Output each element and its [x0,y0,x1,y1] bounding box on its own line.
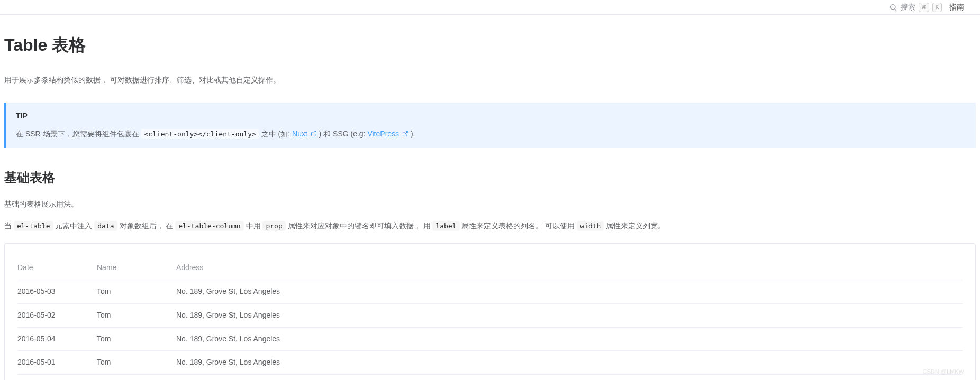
tip-link-nuxt-label: Nuxt [292,129,307,138]
table-row: 2016-05-04 Tom No. 189, Grove St, Los An… [17,327,963,351]
detail-t5: 属性来对应对象中的键名即可填入数据， 用 [288,221,433,230]
detail-c5: label [432,221,459,231]
cell-name: Tom [97,327,176,351]
tip-text-prefix: 在 SSR 场景下，您需要将组件包裹在 [16,129,141,138]
cell-address: No. 189, Grove St, Los Angeles [176,303,963,327]
tip-box: TIP 在 SSR 场景下，您需要将组件包裹在 <client-only></c… [4,103,976,148]
cell-address: No. 189, Grove St, Los Angeles [176,280,963,303]
tip-link-vitepress-label: VitePress [367,129,399,138]
detail-t4: 中用 [246,221,263,230]
search-icon [889,3,897,12]
tip-code: <client-only></client-only> [141,129,259,139]
detail-c3: el-table-column [175,221,243,231]
table-header-date: Date [17,256,97,280]
detail-t1: 当 [4,221,14,230]
kbd-cmd: ⌘ [919,3,929,12]
svg-line-1 [895,9,896,11]
external-link-icon [311,131,317,137]
section-desc: 基础的表格展示用法。 [4,198,976,211]
search-label: 搜索 [901,1,915,14]
tip-link-vitepress[interactable]: VitePress [367,129,410,138]
tip-link-nuxt[interactable]: Nuxt [292,129,319,138]
tip-label: TIP [16,110,966,123]
search-button[interactable]: 搜索 ⌘ K [889,1,942,14]
kbd-k: K [932,3,942,12]
cell-date: 2016-05-02 [17,303,97,327]
cell-date: 2016-05-04 [17,327,97,351]
svg-line-3 [405,131,408,134]
external-link-icon [402,131,409,137]
demo-table: Date Name Address 2016-05-03 Tom No. 189… [17,256,963,375]
cell-name: Tom [97,351,176,375]
cell-name: Tom [97,280,176,303]
cell-name: Tom [97,303,176,327]
svg-point-0 [891,4,895,9]
content-area: Table 表格 用于展示多条结构类似的数据， 可对数据进行排序、筛选、对比或其… [0,15,980,380]
detail-t7: 属性来定义列宽。 [606,221,665,230]
nav-guide[interactable]: 指南 [949,1,964,14]
detail-c2: data [94,221,117,231]
detail-t3: 对象数组后， 在 [120,221,176,230]
cell-address: No. 189, Grove St, Los Angeles [176,327,963,351]
section-detail: 当 el-table 元素中注入 data 对象数组后， 在 el-table-… [4,220,976,233]
detail-c1: el-table [14,221,53,231]
detail-c6: width [577,221,604,231]
example-card: Date Name Address 2016-05-03 Tom No. 189… [4,243,976,380]
section-title: 基础表格 [4,167,976,189]
table-header-row: Date Name Address [17,256,963,280]
detail-c4: prop [262,221,285,231]
detail-t6: 属性来定义表格的列名。 可以使用 [461,221,577,230]
page-intro: 用于展示多条结构类似的数据， 可对数据进行排序、筛选、对比或其他自定义操作。 [4,74,976,87]
svg-line-2 [313,131,316,134]
tip-text-mid2: ) 和 SSG (e.g: [319,129,368,138]
cell-date: 2016-05-03 [17,280,97,303]
example-body: Date Name Address 2016-05-03 Tom No. 189… [5,244,975,380]
table-header-address: Address [176,256,963,280]
tip-text-suffix: ). [411,129,415,138]
top-bar: 搜索 ⌘ K 指南 [0,0,980,15]
table-header-name: Name [97,256,176,280]
table-row: 2016-05-01 Tom No. 189, Grove St, Los An… [17,351,963,375]
tip-body: 在 SSR 场景下，您需要将组件包裹在 <client-only></clien… [16,128,966,141]
detail-t2: 元素中注入 [55,221,94,230]
table-row: 2016-05-02 Tom No. 189, Grove St, Los An… [17,303,963,327]
table-row: 2016-05-03 Tom No. 189, Grove St, Los An… [17,280,963,303]
cell-address: No. 189, Grove St, Los Angeles [176,351,963,375]
cell-date: 2016-05-01 [17,351,97,375]
tip-text-mid1: 之中 (如: [261,129,292,138]
page-title: Table 表格 [4,31,976,59]
